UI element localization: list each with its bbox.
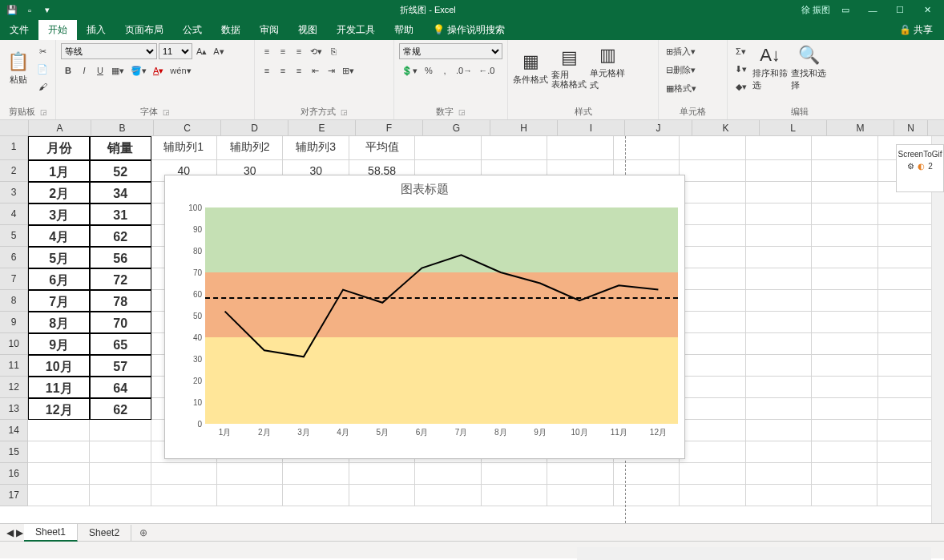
cell[interactable]	[812, 312, 877, 333]
cell[interactable]	[28, 463, 90, 485]
cell[interactable]	[746, 312, 812, 333]
col-header[interactable]: N	[894, 120, 928, 135]
cell[interactable]	[812, 420, 877, 441]
cell[interactable]: 31	[90, 203, 151, 225]
cell[interactable]	[746, 160, 812, 182]
bold-button[interactable]: B	[61, 62, 75, 79]
cell[interactable]: 1月	[28, 160, 90, 182]
cell[interactable]	[680, 398, 745, 420]
merge-button[interactable]: ⊞▾	[340, 62, 357, 79]
cell[interactable]: 辅助列2	[217, 136, 283, 160]
col-header[interactable]: A	[29, 120, 91, 135]
cond-format-button[interactable]: ▦条件格式	[513, 43, 548, 93]
cell[interactable]	[28, 485, 90, 506]
close-icon[interactable]: ✕	[915, 2, 939, 18]
gear-icon[interactable]: ⚙	[907, 162, 914, 171]
font-name-select[interactable]: 等线	[61, 43, 157, 59]
align-right-icon[interactable]: ≡	[292, 62, 306, 79]
cell[interactable]	[680, 420, 745, 441]
clipboard-launcher-icon[interactable]: ◲	[40, 108, 47, 116]
underline-button[interactable]: U	[93, 62, 107, 79]
cell[interactable]	[680, 441, 745, 463]
cell[interactable]	[28, 420, 90, 441]
cell[interactable]	[349, 485, 415, 506]
cell[interactable]	[746, 333, 812, 355]
ribbon-options-icon[interactable]: ▭	[833, 2, 857, 18]
cell[interactable]	[680, 333, 745, 355]
undo-icon[interactable]: ▫	[24, 5, 35, 16]
cell[interactable]	[415, 485, 481, 506]
cell[interactable]	[547, 136, 613, 160]
cell[interactable]	[812, 160, 877, 182]
clear-icon[interactable]: ◆▾	[732, 79, 749, 95]
col-header[interactable]: I	[558, 120, 625, 135]
cell[interactable]	[482, 485, 547, 506]
tab-file[interactable]: 文件	[0, 20, 38, 40]
row-header[interactable]: 7	[0, 268, 28, 290]
cell[interactable]	[812, 225, 877, 247]
cell[interactable]	[680, 203, 745, 225]
row-header[interactable]: 2	[0, 160, 28, 182]
minimize-icon[interactable]: —	[861, 2, 885, 18]
cell[interactable]	[283, 485, 349, 506]
align-middle-icon[interactable]: ≡	[276, 43, 290, 59]
cell[interactable]	[680, 463, 745, 485]
cell[interactable]	[217, 463, 283, 485]
autosum-icon[interactable]: Σ▾	[732, 43, 749, 59]
col-header[interactable]: K	[692, 120, 760, 135]
sort-filter-button[interactable]: A↓排序和筛选	[752, 43, 788, 93]
cell[interactable]: 月份	[28, 136, 90, 160]
cell[interactable]	[90, 463, 151, 485]
cell[interactable]	[680, 182, 745, 203]
new-sheet-button[interactable]: ⊕	[131, 525, 155, 541]
tab-formulas[interactable]: 公式	[173, 20, 212, 40]
font-launcher-icon[interactable]: ◲	[163, 108, 170, 116]
worksheet-area[interactable]: A B C D E F G H I J K L M N 1月份销量辅助列1辅助列…	[0, 120, 944, 523]
indent-dec-icon[interactable]: ⇤	[308, 62, 322, 79]
italic-button[interactable]: I	[77, 62, 91, 79]
cell[interactable]	[812, 182, 877, 203]
cell[interactable]	[812, 247, 877, 268]
currency-icon[interactable]: 💲▾	[399, 62, 420, 79]
save-icon[interactable]: 💾	[6, 5, 18, 16]
cell[interactable]: 70	[90, 312, 151, 333]
row-header[interactable]: 1	[0, 136, 28, 160]
chart-line[interactable]	[205, 207, 678, 424]
percent-icon[interactable]: %	[422, 62, 436, 79]
sheet-tab-1[interactable]: Sheet1	[24, 524, 78, 542]
col-header[interactable]: B	[91, 120, 154, 135]
cell[interactable]: 5月	[28, 247, 90, 268]
tab-data[interactable]: 数据	[212, 20, 250, 40]
fill-icon[interactable]: ⬇▾	[732, 61, 749, 77]
insert-cells-button[interactable]: ⊞ 插入 ▾	[664, 43, 698, 59]
cell-styles-button[interactable]: ▥单元格样式	[590, 43, 625, 93]
cell[interactable]	[680, 290, 745, 312]
cell[interactable]: 平均值	[349, 136, 415, 160]
cell[interactable]: 78	[90, 290, 151, 312]
cell[interactable]	[680, 136, 745, 160]
col-header[interactable]: G	[423, 120, 490, 135]
horizontal-scrollbar[interactable]	[577, 547, 931, 560]
cell[interactable]	[746, 247, 812, 268]
cell[interactable]	[746, 203, 812, 225]
cell[interactable]: 7月	[28, 290, 90, 312]
cell[interactable]	[746, 268, 812, 290]
cell[interactable]	[812, 485, 877, 506]
chart-plot-area[interactable]: 01020304050607080901001月2月3月4月5月6月7月8月9月…	[205, 207, 678, 424]
share-button[interactable]: 🔒 共享	[888, 20, 944, 40]
col-header[interactable]: M	[827, 120, 894, 135]
sheet-nav-next-icon[interactable]: ▶	[16, 527, 23, 538]
maximize-icon[interactable]: ☐	[888, 2, 912, 18]
cell[interactable]	[746, 485, 812, 506]
cell[interactable]: 3月	[28, 203, 90, 225]
row-header[interactable]: 11	[0, 355, 28, 377]
cell[interactable]: 10月	[28, 355, 90, 377]
cell[interactable]	[415, 463, 481, 485]
cell[interactable]	[482, 463, 547, 485]
cell[interactable]	[812, 333, 877, 355]
cell[interactable]	[812, 290, 877, 312]
cell[interactable]	[680, 268, 745, 290]
chart-object[interactable]: 图表标题 01020304050607080901001月2月3月4月5月6月7…	[164, 175, 685, 459]
cell[interactable]	[746, 398, 812, 420]
cell[interactable]	[680, 485, 745, 506]
